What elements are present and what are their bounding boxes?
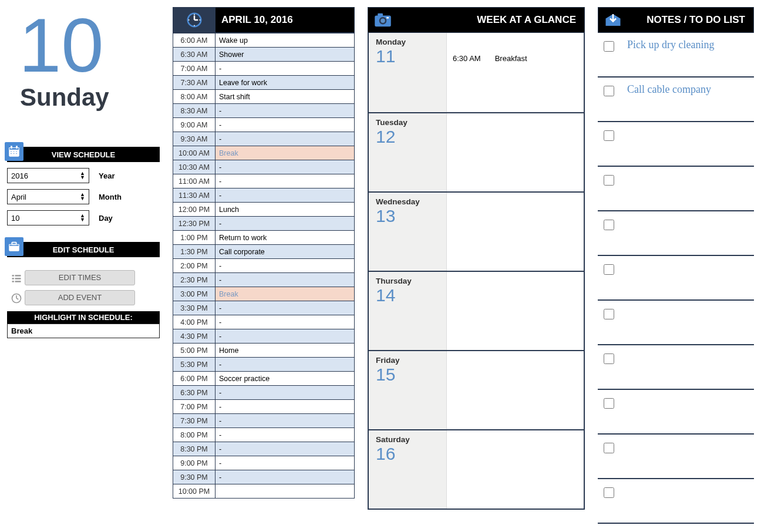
schedule-row[interactable]: 10:00 AMBreak	[173, 146, 355, 160]
schedule-row[interactable]: 3:00 PMBreak	[173, 287, 355, 301]
week-day[interactable]: Monday116:30 AMBreakfast	[369, 33, 584, 112]
note-checkbox[interactable]	[604, 353, 614, 364]
note-checkbox[interactable]	[604, 175, 614, 186]
schedule-row[interactable]: 9:30 AM-	[173, 132, 355, 146]
schedule-row[interactable]: 6:30 AMShower	[173, 48, 355, 62]
week-day-events[interactable]	[446, 430, 584, 509]
schedule-event[interactable]: -	[215, 188, 355, 203]
note-text[interactable]: Pick up dry cleaning	[627, 39, 714, 51]
edit-times-button[interactable]: EDIT TIMES	[25, 270, 135, 285]
month-spinner[interactable]: April ▲▼	[7, 189, 89, 204]
schedule-row[interactable]: 3:30 PM-	[173, 301, 355, 315]
schedule-row[interactable]: 10:00 PM	[173, 484, 355, 499]
schedule-event[interactable]: Start shift	[215, 90, 355, 104]
note-checkbox[interactable]	[604, 398, 614, 409]
schedule-row[interactable]: 7:00 AM-	[173, 62, 355, 76]
schedule-event[interactable]: Shower	[215, 48, 355, 62]
schedule-event[interactable]: Break	[215, 287, 355, 301]
schedule-row[interactable]: 12:30 PM-	[173, 217, 355, 231]
week-day[interactable]: Wednesday13	[369, 191, 584, 271]
schedule-row[interactable]: 9:00 AM-	[173, 118, 355, 132]
schedule-event[interactable]: Wake up	[215, 33, 355, 48]
note-checkbox[interactable]	[604, 487, 614, 498]
note-checkbox[interactable]	[604, 309, 614, 319]
schedule-event[interactable]: Break	[215, 146, 355, 160]
schedule-row[interactable]: 7:00 PM-	[173, 400, 355, 414]
schedule-row[interactable]: 5:30 PM-	[173, 358, 355, 372]
schedule-row[interactable]: 8:30 PM-	[173, 442, 355, 456]
note-checkbox[interactable]	[604, 443, 614, 453]
schedule-row[interactable]: 6:30 PM-	[173, 386, 355, 400]
schedule-event[interactable]: -	[215, 428, 355, 442]
schedule-event[interactable]: Return to work	[215, 231, 355, 245]
highlight-input[interactable]: Break	[7, 324, 160, 338]
schedule-event[interactable]: -	[215, 358, 355, 372]
schedule-event[interactable]: -	[215, 104, 355, 118]
schedule-event[interactable]: -	[215, 470, 355, 484]
schedule-row[interactable]: 11:00 AM-	[173, 174, 355, 188]
schedule-row[interactable]: 6:00 AMWake up	[173, 33, 355, 48]
add-event-button[interactable]: ADD EVENT	[25, 290, 135, 305]
schedule-row[interactable]: 8:30 AM-	[173, 104, 355, 118]
week-day-events[interactable]	[446, 351, 584, 429]
note-checkbox[interactable]	[604, 264, 614, 275]
schedule-event[interactable]: Home	[215, 344, 355, 358]
schedule-event[interactable]: -	[215, 174, 355, 188]
schedule-row[interactable]: 9:00 PM-	[173, 456, 355, 470]
schedule-event[interactable]: -	[215, 400, 355, 414]
schedule-event[interactable]: -	[215, 273, 355, 287]
schedule-row[interactable]: 6:00 PMSoccer practice	[173, 372, 355, 386]
schedule-event[interactable]	[215, 484, 355, 499]
schedule-event[interactable]: -	[215, 456, 355, 470]
spinner-arrows-icon[interactable]: ▲▼	[80, 171, 85, 180]
note-checkbox[interactable]	[604, 41, 614, 52]
schedule-event[interactable]: -	[215, 386, 355, 400]
schedule-row[interactable]: 10:30 AM-	[173, 160, 355, 174]
week-day[interactable]: Tuesday12	[369, 112, 584, 191]
schedule-event[interactable]: -	[215, 259, 355, 273]
schedule-event[interactable]: -	[215, 315, 355, 329]
spinner-arrows-icon[interactable]: ▲▼	[80, 214, 85, 222]
schedule-row[interactable]: 7:30 PM-	[173, 414, 355, 428]
schedule-event[interactable]: -	[215, 329, 355, 344]
week-day-events[interactable]	[446, 113, 584, 191]
schedule-event[interactable]: Call corporate	[215, 245, 355, 259]
schedule-event[interactable]: Lunch	[215, 203, 355, 217]
schedule-row[interactable]: 2:30 PM-	[173, 273, 355, 287]
note-checkbox[interactable]	[604, 220, 614, 230]
year-spinner[interactable]: 2016 ▲▼	[7, 168, 89, 183]
schedule-row[interactable]: 11:30 AM-	[173, 188, 355, 203]
schedule-row[interactable]: 2:00 PM-	[173, 259, 355, 273]
schedule-row[interactable]: 4:00 PM-	[173, 315, 355, 329]
note-checkbox[interactable]	[604, 86, 614, 96]
schedule-row[interactable]: 12:00 PMLunch	[173, 203, 355, 217]
schedule-row[interactable]: 1:00 PMReturn to work	[173, 231, 355, 245]
spinner-arrows-icon[interactable]: ▲▼	[80, 193, 85, 201]
schedule-row[interactable]: 7:30 AMLeave for work	[173, 76, 355, 90]
week-day-events[interactable]	[446, 193, 584, 271]
schedule-event[interactable]: Soccer practice	[215, 372, 355, 386]
schedule-event[interactable]: -	[215, 217, 355, 231]
schedule-row[interactable]: 8:00 PM-	[173, 428, 355, 442]
note-text[interactable]: Call cable company	[627, 83, 711, 96]
schedule-event[interactable]: -	[215, 62, 355, 76]
schedule-row[interactable]: 4:30 PM-	[173, 329, 355, 344]
schedule-event[interactable]: -	[215, 160, 355, 174]
schedule-row[interactable]: 8:00 AMStart shift	[173, 90, 355, 104]
schedule-event[interactable]: -	[215, 414, 355, 428]
note-checkbox[interactable]	[604, 130, 614, 141]
week-day[interactable]: Saturday16	[369, 429, 584, 509]
schedule-row[interactable]: 5:00 PMHome	[173, 344, 355, 358]
week-day[interactable]: Friday15	[369, 350, 584, 429]
week-day-events[interactable]: 6:30 AMBreakfast	[446, 33, 584, 112]
schedule-event[interactable]: -	[215, 301, 355, 315]
week-day-events[interactable]	[446, 272, 584, 350]
schedule-event[interactable]: -	[215, 442, 355, 456]
schedule-row[interactable]: 9:30 PM-	[173, 470, 355, 484]
schedule-event[interactable]: Leave for work	[215, 76, 355, 90]
schedule-event[interactable]: -	[215, 118, 355, 132]
schedule-row[interactable]: 1:30 PMCall corporate	[173, 245, 355, 259]
week-day[interactable]: Thursday14	[369, 271, 584, 350]
day-spinner[interactable]: 10 ▲▼	[7, 210, 89, 225]
schedule-event[interactable]: -	[215, 132, 355, 146]
